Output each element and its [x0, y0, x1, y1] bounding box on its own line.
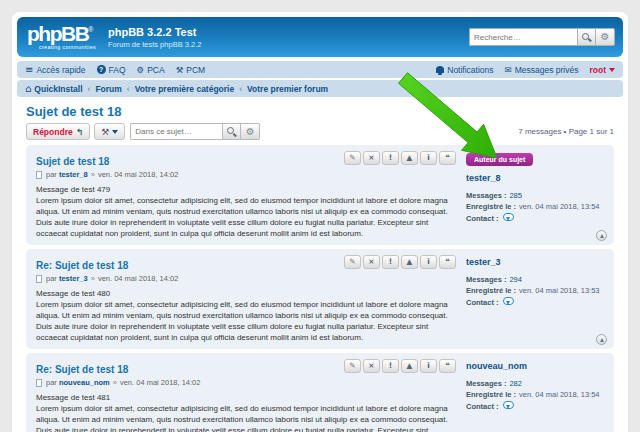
chevron-down-icon — [112, 130, 118, 137]
post: ✎ × ! ▲ i ❝ Re: Sujet de test — [26, 249, 614, 349]
profile-username-link[interactable]: tester_3 — [466, 257, 501, 267]
post-tool-button[interactable]: × — [363, 359, 380, 373]
report-icon: ! — [389, 362, 392, 370]
topic-search-input[interactable] — [130, 123, 222, 140]
message-count-link[interactable]: 282 — [509, 379, 522, 388]
author-link[interactable]: tester_3 — [59, 274, 88, 283]
pencil-icon: ✎ — [349, 258, 355, 266]
post-tool-button[interactable]: ▲ — [401, 359, 418, 373]
info-icon: i — [427, 154, 430, 162]
page-icon — [36, 275, 42, 283]
post-byline: par tester_8 » ven. 04 mai 2018, 14:02 — [36, 170, 452, 179]
breadcrumb-forum[interactable]: Votre premier forum — [247, 84, 328, 94]
mcp-link[interactable]: ⚒PCM — [176, 65, 206, 75]
breadcrumb-separator: ‹ — [88, 84, 91, 94]
post-tool-button[interactable]: ✎ — [344, 151, 361, 165]
bell-icon — [436, 66, 444, 73]
wrench-icon: ⚒ — [176, 65, 184, 75]
user-menu[interactable]: root — [589, 64, 615, 75]
profile-messages: Messages :294 — [466, 275, 606, 284]
breadcrumb-board[interactable]: QuickInstall — [34, 84, 82, 94]
post-tool-button[interactable]: i — [420, 255, 437, 269]
post-tool-button[interactable]: i — [420, 359, 437, 373]
post-tool-button[interactable]: ▲ — [401, 255, 418, 269]
site-description: Forum de tests phpBB 3.2.2 — [108, 40, 201, 49]
post-byline: par tester_3 » ven. 04 mai 2018, 14:02 — [36, 274, 452, 283]
topic-search: ⚙ — [130, 123, 260, 140]
post-title-link[interactable]: Sujet de test 18 — [36, 156, 109, 167]
post-tool-button[interactable]: ! — [382, 151, 399, 165]
notifications-link[interactable]: Notifications — [436, 65, 493, 75]
topic-title[interactable]: Sujet de test 18 — [26, 104, 614, 119]
post-profile: tester_3 Messages :294 Enregistré le :ve… — [466, 257, 606, 307]
post-tool-button[interactable]: ▲ — [401, 151, 418, 165]
registered-mark: ® — [88, 26, 93, 33]
question-icon: ? — [97, 65, 106, 74]
topic-search-options-button[interactable]: ⚙ — [241, 123, 260, 140]
private-messages-link[interactable]: ✉Messages privés — [505, 65, 579, 75]
profile-contact: Contact : — [466, 401, 606, 411]
contact-pm-icon[interactable] — [502, 213, 514, 223]
profile-messages: Messages :285 — [466, 191, 606, 200]
reply-button[interactable]: Répondre↰ — [26, 123, 90, 140]
navbar-right: Notifications ✉Messages privés root — [436, 64, 615, 75]
post-tool-button[interactable]: × — [363, 255, 380, 269]
speech-bubble-icon — [503, 213, 514, 221]
message-number: Message de test 480 — [36, 288, 452, 299]
message-number: Message de test 481 — [36, 392, 452, 403]
breadcrumb-separator: ‹ — [239, 84, 242, 94]
author-link[interactable]: nouveau_nom — [59, 378, 110, 387]
profile-registered: Enregistré le :ven. 04 mai 2018, 13:53 — [466, 286, 606, 295]
contact-pm-icon[interactable] — [502, 297, 514, 307]
breadcrumb-category[interactable]: Votre première catégorie — [135, 84, 235, 94]
gear-icon: ⚙ — [246, 127, 255, 137]
scroll-top-button[interactable] — [596, 230, 607, 241]
topic-tools-button[interactable]: ⚒ — [94, 123, 125, 140]
post-tool-button[interactable]: ✎ — [344, 255, 361, 269]
post-profile: Auteur du sujet tester_8 Messages :285 E… — [466, 153, 606, 223]
breadcrumb-forum-index[interactable]: Forum — [95, 84, 121, 94]
header-search-input[interactable] — [469, 28, 577, 46]
breadcrumb-separator: ‹ — [127, 84, 130, 94]
envelope-icon: ✉ — [505, 65, 512, 75]
faq-link[interactable]: ?FAQ — [97, 65, 126, 75]
header-search-options-button[interactable]: ⚙ — [596, 28, 615, 46]
post-tool-button[interactable]: ! — [382, 255, 399, 269]
author-link[interactable]: tester_8 — [59, 170, 88, 179]
profile-username-link[interactable]: tester_8 — [466, 173, 501, 183]
wrench-icon: ⚒ — [101, 127, 109, 137]
delete-icon: × — [368, 362, 374, 370]
profile-messages: Messages :282 — [466, 379, 606, 388]
post-tool-button[interactable]: ❝ — [439, 151, 456, 165]
scroll-top-button[interactable] — [596, 334, 607, 345]
delete-icon: × — [368, 258, 374, 266]
profile-username-link[interactable]: nouveau_nom — [466, 361, 527, 371]
post-tool-button[interactable]: ✎ — [344, 359, 361, 373]
post-title-link[interactable]: Re: Sujet de test 18 — [36, 364, 128, 375]
post-tool-button[interactable]: ! — [382, 359, 399, 373]
site-titles: phpBB 3.2.2 Test Forum de tests phpBB 3.… — [108, 26, 201, 49]
pagination: 7 messages • Page 1 sur 1 — [518, 127, 614, 136]
post-tool-button[interactable]: ❝ — [439, 359, 456, 373]
post-tool-button[interactable]: × — [363, 151, 380, 165]
post-title-link[interactable]: Re: Sujet de test 18 — [36, 260, 128, 271]
contact-pm-icon[interactable] — [502, 401, 514, 411]
quote-icon: ❝ — [445, 258, 449, 266]
message-count-link[interactable]: 285 — [509, 191, 522, 200]
message-count-link[interactable]: 294 — [509, 275, 522, 284]
quick-links-menu[interactable]: ≡Accès rapide — [25, 65, 86, 75]
warn-icon: ▲ — [407, 362, 413, 370]
post: ✎ × ! ▲ i ❝ Sujet de test 18 — [26, 145, 614, 245]
acp-link[interactable]: ⚙PCA — [137, 65, 165, 75]
topic-search-button[interactable] — [222, 123, 241, 140]
phpbb-logo[interactable]: phpBB® creating communities — [27, 23, 96, 50]
post-tool-button[interactable]: i — [420, 151, 437, 165]
header-search-button[interactable] — [577, 28, 596, 46]
main-content: Sujet de test 18 Répondre↰ ⚒ ⚙ 7 message… — [17, 104, 623, 432]
post-tool-button[interactable]: ❝ — [439, 255, 456, 269]
message-number: Message de test 479 — [36, 184, 452, 195]
search-icon — [582, 33, 591, 42]
topic-author-badge: Auteur du sujet — [466, 153, 533, 166]
report-icon: ! — [389, 258, 392, 266]
report-icon: ! — [389, 154, 392, 162]
